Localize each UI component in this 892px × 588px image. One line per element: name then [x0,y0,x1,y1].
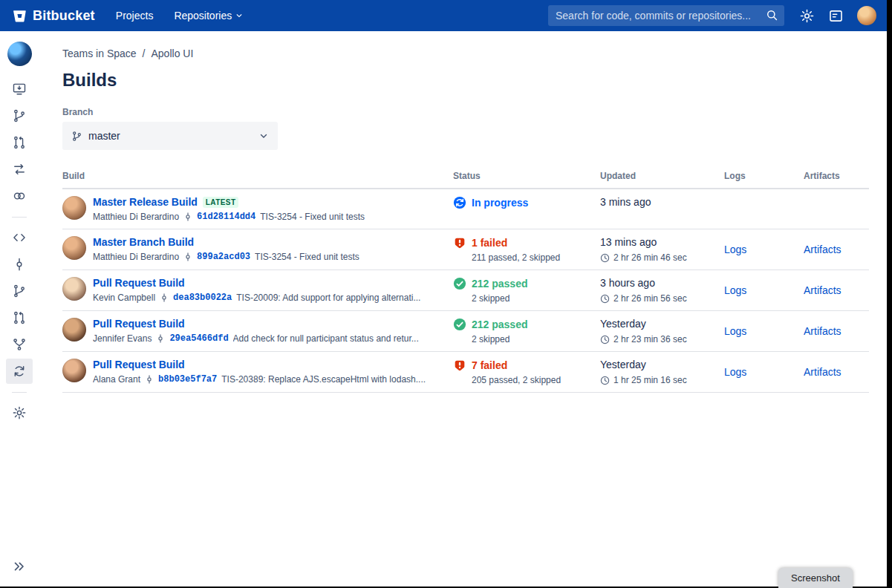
forks-button[interactable] [6,183,33,209]
build-name-link[interactable]: Pull Request Build [93,318,185,330]
updated-cell: 3 mins ago [600,196,724,208]
table-row: Master Branch Build Matthieu Di Berardin… [62,229,869,270]
logs-cell: Logs [724,365,804,379]
avatar [62,277,86,301]
search-icon[interactable] [766,9,778,22]
build-duration: 2 hr 23 min 36 sec [613,334,687,344]
build-cell: Master Branch Build Matthieu Di Berardin… [62,236,453,262]
status-label: 1 failed [472,237,507,249]
build-name-link[interactable]: Pull Request Build [93,277,185,289]
branch-filter-label: Branch [62,107,869,117]
clone-icon [12,82,27,97]
build-author: Matthieu Di Berardino [93,212,179,222]
avatar [62,318,86,342]
status-icon [453,277,466,290]
build-author: Kevin Campbell [93,293,155,303]
sidebar-item-source[interactable] [6,225,33,250]
status-cell: 212 passed 2 skipped [453,277,600,304]
status-icon [453,196,466,209]
expand-sidebar-button[interactable] [6,554,33,579]
table-header-row: Build Status Updated Logs Artifacts [62,171,869,189]
bitbucket-home-link[interactable]: Bitbucket [12,8,95,24]
sidebar-item-pull-requests[interactable] [6,305,33,330]
logs-link[interactable]: Logs [724,366,746,378]
table-row: Pull Request Build Jennifer Evans 29ea54… [62,311,869,352]
search-input[interactable] [548,5,784,26]
commit-hash-link[interactable]: 61d28114dd4 [197,212,255,222]
updated-cell: 13 mins ago 2 hr 26 min 46 sec [600,236,724,263]
breadcrumb-repo-link[interactable]: Apollo UI [152,48,194,59]
build-name-link[interactable]: Pull Request Build [93,359,185,370]
status-detail: 2 skipped [472,293,600,304]
column-header-artifacts: Artifacts [804,171,869,181]
status-icon [453,359,466,372]
commit-icon [183,212,192,221]
create-pull-request-icon [12,135,27,150]
notifications-panel-icon[interactable] [828,8,844,24]
commit-hash-link[interactable]: 899a2acd03 [197,252,250,262]
builds-icon [12,364,27,379]
artifacts-cell: Artifacts [804,324,869,338]
commit-hash-link[interactable]: b8b03e5f7a7 [158,374,217,385]
branches-icon [12,284,27,298]
updated-cell: Yesterday 1 hr 25 min 16 sec [600,359,724,385]
avatar [62,196,86,220]
builds-table: Build Status Updated Logs Artifacts Mast… [62,171,869,393]
clock-icon [600,253,610,263]
updated-time: 3 hours ago [600,277,717,289]
build-cell: Master Release Build LATEST Matthieu Di … [62,196,453,222]
updated-cell: Yesterday 2 hr 23 min 36 sec [600,318,724,344]
updated-time: Yesterday [600,359,717,370]
logs-link[interactable]: Logs [724,244,746,255]
compare-icon [12,162,27,177]
repo-avatar[interactable] [7,42,32,66]
artifacts-link[interactable]: Artifacts [804,325,841,337]
sidebar-item-builds[interactable] [6,359,33,384]
compare-button[interactable] [6,157,33,182]
column-header-status: Status [453,171,600,181]
commit-message: TIS-3254 - Fixed unit tests [260,212,365,222]
create-branch-button[interactable] [6,103,33,128]
breadcrumb-project-link[interactable]: Teams in Space [62,48,137,59]
logs-link[interactable]: Logs [724,284,746,296]
sidebar-divider [12,217,27,218]
logs-cell: Logs [724,284,804,297]
nav-repositories[interactable]: Repositories [174,10,243,22]
nav-projects[interactable]: Projects [116,10,154,22]
sidebar-item-branches[interactable] [6,278,33,304]
create-branch-icon [12,108,27,123]
artifacts-link[interactable]: Artifacts [804,244,841,255]
column-header-updated: Updated [600,171,724,181]
page-title: Builds [62,70,869,91]
build-name-link[interactable]: Master Release Build [93,196,198,208]
commit-message: TIS-3254 - Fixed unit tests [255,252,359,262]
commit-hash-link[interactable]: dea83b0022a [173,293,232,303]
branch-selected-value: master [88,130,120,142]
status-cell: In progress [453,196,600,209]
artifacts-cell: Artifacts [804,365,869,379]
sidebar-item-deployments[interactable] [6,332,33,357]
artifacts-link[interactable]: Artifacts [804,284,841,296]
sidebar-item-commits[interactable] [6,252,33,277]
sidebar-item-settings[interactable] [6,400,33,425]
breadcrumb-separator: / [143,48,146,59]
navbar-actions [799,6,876,25]
status-detail: 205 passed, 2 skipped [472,375,600,385]
artifacts-link[interactable]: Artifacts [804,366,841,378]
create-pull-request-button[interactable] [6,130,33,155]
commits-icon [12,257,27,272]
branch-dropdown[interactable]: master [62,122,278,150]
chevron-down-icon [235,12,243,19]
build-name-link[interactable]: Master Branch Build [93,236,194,248]
user-avatar[interactable] [857,6,876,25]
build-author: Alana Grant [93,374,140,385]
status-cell: 1 failed 211 passed, 2 skipped [453,236,600,263]
clone-button[interactable] [6,76,33,102]
chevron-down-icon [258,131,269,141]
commit-hash-link[interactable]: 29ea5466dfd [169,333,228,344]
build-cell: Pull Request Build Alana Grant b8b03e5f7… [62,359,453,385]
logs-link[interactable]: Logs [724,325,746,337]
top-navbar: Bitbucket Projects Repositories [0,0,887,31]
forks-icon [12,189,27,203]
settings-gear-icon[interactable] [799,8,815,24]
